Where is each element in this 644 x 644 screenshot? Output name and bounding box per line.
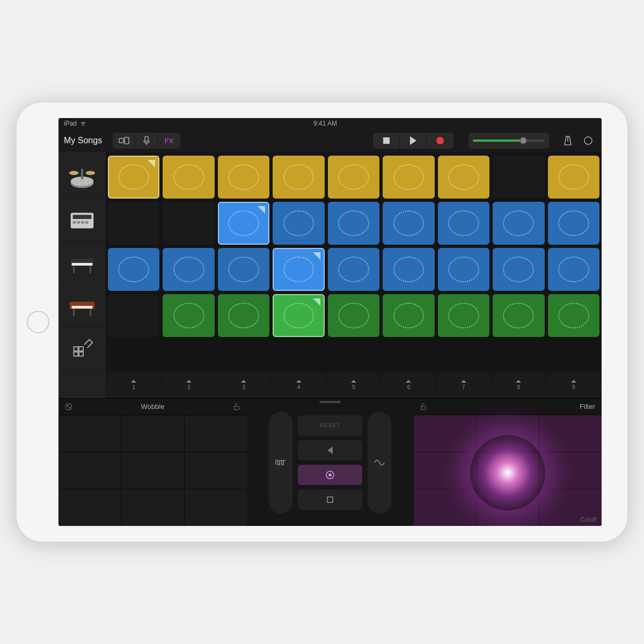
loop-cell[interactable] — [218, 202, 269, 245]
scene-trigger[interactable]: 8 — [493, 374, 544, 396]
dice-icon[interactable] — [65, 403, 72, 411]
reverse-button[interactable] — [298, 440, 362, 460]
gate-ribbon[interactable] — [269, 412, 292, 514]
loop-cell[interactable] — [273, 156, 324, 199]
main-area: 123456789 — [58, 152, 602, 398]
metronome-button[interactable] — [560, 133, 576, 149]
loop-cell[interactable] — [438, 294, 489, 337]
loop-cell[interactable] — [328, 294, 379, 337]
loop-cell[interactable] — [493, 156, 544, 199]
svg-rect-26 — [79, 352, 83, 356]
loop-cell[interactable] — [383, 156, 434, 199]
mic-button[interactable] — [135, 133, 158, 149]
loop-cell[interactable] — [548, 294, 599, 337]
loop-cell[interactable] — [108, 294, 159, 337]
loop-cell[interactable] — [218, 294, 269, 337]
loop-cell[interactable] — [218, 156, 269, 199]
stop-fx-button[interactable] — [298, 489, 362, 510]
lock-open-icon[interactable] — [420, 403, 427, 411]
scene-trigger[interactable]: 1 — [108, 374, 159, 396]
svg-point-32 — [329, 474, 331, 476]
svg-rect-8 — [81, 169, 83, 179]
reset-button[interactable]: RESET — [298, 415, 362, 436]
scene-trigger[interactable]: 7 — [438, 374, 489, 396]
loop-cell[interactable] — [108, 202, 159, 245]
loop-cell[interactable] — [273, 248, 324, 291]
fx-button[interactable]: FX — [158, 133, 180, 149]
back-button[interactable]: My Songs — [64, 136, 102, 145]
loop-cell[interactable] — [548, 248, 599, 291]
filter-xy-pad[interactable]: Cutoff — [413, 415, 602, 526]
svg-point-6 — [69, 171, 78, 175]
loop-cell[interactable] — [438, 202, 489, 245]
fx-panel: Wobble RESET — [58, 398, 602, 526]
loop-cell[interactable] — [548, 202, 599, 245]
fx-center-controls: RESET — [247, 399, 413, 526]
loop-cell[interactable] — [108, 248, 159, 291]
track-synth[interactable] — [58, 284, 106, 327]
stop-button[interactable] — [373, 133, 400, 149]
status-bar: iPad 9:41 AM — [58, 118, 602, 129]
svg-rect-1 — [125, 137, 129, 144]
loop-cell[interactable] — [383, 202, 434, 245]
track-sampler[interactable] — [58, 199, 106, 241]
loop-cell[interactable] — [108, 156, 159, 199]
lock-open-icon[interactable] — [233, 403, 240, 411]
scene-trigger[interactable]: 4 — [273, 374, 324, 396]
loop-row — [108, 202, 599, 245]
loop-cell[interactable] — [383, 294, 434, 337]
scene-trigger[interactable]: 5 — [328, 374, 379, 396]
browser-button[interactable] — [113, 133, 135, 149]
wobble-xy-pad[interactable] — [58, 415, 247, 526]
fx-left-pad: Wobble — [58, 399, 247, 526]
device-label: iPad — [64, 120, 77, 127]
svg-rect-11 — [73, 221, 76, 223]
loop-cell[interactable] — [328, 248, 379, 291]
loop-cell[interactable] — [383, 248, 434, 291]
loop-cell[interactable] — [273, 294, 324, 337]
ipad-frame: iPad 9:41 AM My Songs FX — [16, 102, 628, 542]
loop-cell[interactable] — [493, 202, 544, 245]
track-drums[interactable] — [58, 156, 106, 199]
volume-slider[interactable] — [469, 133, 549, 149]
scene-trigger[interactable]: 3 — [218, 374, 269, 396]
track-keyboard[interactable] — [58, 241, 106, 284]
svg-rect-0 — [119, 138, 123, 143]
loop-cell[interactable] — [163, 294, 214, 337]
svg-point-28 — [67, 405, 68, 406]
wifi-icon — [80, 120, 86, 127]
loop-cell[interactable] — [163, 202, 214, 245]
loop-cell[interactable] — [493, 294, 544, 337]
loop-cell[interactable] — [163, 156, 214, 199]
loop-cell[interactable] — [493, 248, 544, 291]
drag-handle-icon[interactable] — [319, 401, 341, 403]
scene-trigger[interactable]: 6 — [383, 374, 434, 396]
loop-cell[interactable] — [163, 248, 214, 291]
play-button[interactable] — [400, 133, 427, 149]
svg-rect-30 — [235, 406, 239, 409]
loop-row — [108, 248, 599, 291]
scratch-button[interactable] — [298, 465, 362, 485]
app-screen: iPad 9:41 AM My Songs FX — [58, 118, 602, 526]
loop-cell[interactable] — [548, 156, 599, 199]
loop-cell[interactable] — [328, 156, 379, 199]
home-button[interactable] — [27, 311, 49, 333]
toolbar: My Songs FX — [58, 129, 602, 152]
scene-trigger-row: 123456789 — [106, 371, 602, 398]
settings-button[interactable] — [580, 133, 596, 149]
loop-cell[interactable] — [273, 202, 324, 245]
record-button[interactable] — [427, 133, 453, 149]
fx-left-label: Wobble — [78, 402, 228, 411]
loop-cell[interactable] — [438, 248, 489, 291]
loop-cell[interactable] — [438, 156, 489, 199]
loop-cell[interactable] — [328, 202, 379, 245]
scene-trigger[interactable]: 9 — [548, 374, 599, 396]
scene-trigger[interactable]: 2 — [163, 374, 214, 396]
loop-cell[interactable] — [218, 248, 269, 291]
fx-right-label: Filter — [433, 402, 595, 411]
svg-rect-25 — [74, 352, 78, 356]
track-fx-edit[interactable] — [58, 327, 106, 370]
svg-rect-23 — [74, 347, 78, 351]
filter-ribbon[interactable] — [368, 412, 391, 514]
loop-row — [108, 294, 599, 337]
